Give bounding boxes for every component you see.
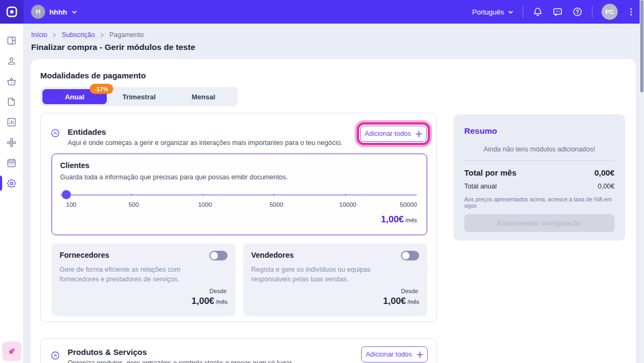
slider-labels: 100 500 1000 5000 10000 50000 (60, 201, 417, 209)
user-avatar[interactable]: PC (602, 4, 618, 20)
chevron-down-icon (508, 9, 514, 15)
app-logo[interactable] (0, 0, 24, 24)
vendedores-price: 1,00€ /mês (383, 296, 419, 307)
sidebar-item-sales[interactable] (0, 71, 24, 91)
breadcrumb: Início Subscrição Pagamento (31, 31, 644, 39)
slider-tick (273, 194, 275, 196)
chevron-right-icon (52, 33, 57, 38)
account-avatar: H (31, 5, 45, 19)
modules-icon (6, 137, 17, 148)
sidebar-item-calendar[interactable] (0, 153, 24, 173)
sidebar-item-dashboard[interactable] (0, 30, 24, 50)
total-month-value: 0,00€ (594, 168, 614, 177)
person-icon (6, 55, 17, 67)
chevron-right-icon (100, 33, 105, 38)
resumo-empty-message: Ainda não tens módulos adicionados! (453, 146, 625, 153)
add-all-produtos-button[interactable]: Adicionar todos (361, 346, 428, 362)
bar-chart-icon (6, 117, 17, 128)
vendedores-card: Vendedores Regista e gere os indivíduos … (243, 243, 427, 316)
breadcrumb-pagamento: Pagamento (109, 31, 144, 39)
clientes-description: Guarda toda a informação que precisas pa… (60, 173, 288, 181)
scrollbar-thumb[interactable] (640, 0, 643, 92)
help-icon[interactable] (572, 6, 583, 17)
highlight-ring: Adicionar todos (357, 122, 430, 145)
sidebar-item-documents[interactable] (0, 91, 24, 112)
total-year-row: Total anual 0,00€ (464, 183, 614, 190)
collapse-chevron-icon[interactable] (50, 128, 60, 138)
total-year-label: Total anual (464, 183, 496, 190)
clientes-price: 1,00€ /mês (381, 214, 417, 225)
from-label: Desde (401, 288, 418, 294)
main-content: Início Subscrição Pagamento Finalizar co… (24, 24, 644, 363)
sidebar-item-onboarding[interactable] (2, 342, 21, 361)
vat-note: Aos preços apresentados acima, acresce a… (464, 196, 617, 209)
add-all-entidades-button[interactable]: Adicionar todos (360, 126, 427, 142)
slider-thumb[interactable] (62, 190, 71, 199)
fornecedores-card: Fornecedores Gere de forma eficiente as … (52, 243, 236, 316)
page-title: Finalizar compra - Gerir módulos de test… (31, 42, 644, 52)
entidades-section: Entidades Aqui é onde começas a gerir e … (40, 113, 437, 322)
language-label: Português (472, 8, 504, 16)
account-name: hhhh (49, 8, 67, 16)
resumo-title: Resumo (464, 126, 497, 136)
produtos-title: Produtos & Serviços (68, 347, 147, 357)
scrollbar (640, 0, 644, 363)
clientes-card: Clientes Guarda toda a informação que pr… (52, 154, 427, 235)
slider-tick (130, 194, 133, 196)
account-switcher[interactable]: H hhhh (31, 5, 77, 19)
language-selector[interactable]: Português (472, 8, 514, 16)
plus-icon (416, 351, 423, 358)
fornecedores-description: Gere de forma eficiente as relações com … (60, 265, 215, 284)
slider-track[interactable] (60, 194, 417, 196)
divider (592, 6, 592, 18)
sidebar (0, 24, 24, 363)
rocket-icon (6, 346, 17, 357)
try-configuration-button[interactable]: Experimentar configuração (464, 214, 614, 232)
produtos-description: Organiza produtos, gere armazéns e contr… (68, 359, 293, 363)
clientes-quantity-slider[interactable] (60, 190, 417, 199)
chevron-down-icon (71, 9, 77, 15)
dashboard-icon (6, 35, 17, 46)
entidades-description: Aqui é onde começas a gerir e organizar … (68, 139, 342, 147)
fornecedores-price: 1,00€ /mês (192, 296, 228, 307)
resumo-panel: Resumo Ainda não tens módulos adicionado… (453, 114, 625, 241)
tab-mensal[interactable]: Mensal (171, 89, 236, 104)
vendedores-title: Vendedores (251, 251, 294, 259)
discount-badge: -17% (90, 84, 113, 94)
clientes-title: Clientes (60, 161, 89, 170)
breadcrumb-subscricao[interactable]: Subscrição (62, 31, 95, 39)
fornecedores-toggle[interactable] (209, 251, 228, 260)
total-year-value: 0,00€ (598, 183, 614, 190)
fornecedores-title: Fornecedores (60, 251, 109, 259)
slider-tick (345, 194, 347, 196)
payment-modalities-heading: Modalidades de pagamento (40, 71, 146, 80)
vendedores-description: Regista e gere os indivíduos ou equipas … (251, 265, 407, 284)
divider (523, 6, 523, 18)
sidebar-item-reports[interactable] (0, 112, 24, 132)
topbar: H hhhh Português PC ⋮ (0, 0, 644, 24)
notifications-bell-icon[interactable] (532, 6, 543, 17)
document-icon (6, 96, 17, 107)
tab-trimestral[interactable]: Trimestral (107, 89, 171, 104)
breadcrumb-inicio[interactable]: Início (31, 31, 47, 39)
calendar-icon (6, 157, 17, 169)
gear-icon (6, 178, 17, 189)
payment-period-tabs: Anual -17% Trimestral Mensal (40, 87, 238, 106)
total-month-label: Total por mês (464, 168, 516, 177)
content-panel: Modalidades de pagamento Anual -17% Trim… (31, 59, 636, 363)
vendedores-toggle[interactable] (401, 251, 419, 260)
collapse-chevron-icon[interactable] (50, 351, 60, 360)
plus-icon (415, 130, 422, 137)
app-logo-icon (5, 5, 18, 18)
basket-icon (6, 76, 17, 87)
sidebar-item-settings[interactable] (0, 173, 24, 193)
slider-tick (202, 194, 204, 196)
total-month-row: Total por mês 0,00€ (464, 168, 614, 177)
more-options-icon[interactable]: ⋮ (627, 8, 635, 16)
entidades-title: Entidades (68, 127, 106, 136)
tab-anual[interactable]: Anual -17% (42, 89, 107, 104)
from-label: Desde (209, 288, 226, 294)
chat-icon[interactable] (552, 6, 563, 17)
sidebar-item-modules[interactable] (0, 132, 24, 153)
sidebar-item-contacts[interactable] (0, 50, 24, 71)
